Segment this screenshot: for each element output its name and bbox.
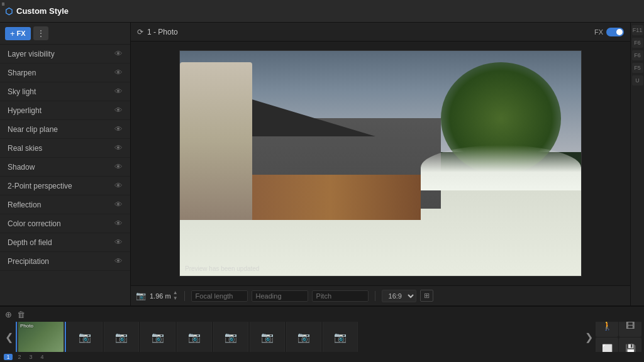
side-icon-group-2: 📷🎞💾⊞ bbox=[619, 322, 641, 352]
viewport-camera-icon: ⟳ bbox=[137, 28, 143, 36]
app-title-area: ⬡ Custom Style bbox=[5, 6, 69, 16]
main-area: Add effect + FX ⋮ Layer visibility 👁 Sha… bbox=[0, 23, 644, 305]
side-icon-group-1: 🖼🚶⬜⚙ bbox=[596, 322, 618, 352]
effect-name: Precipitation bbox=[8, 257, 49, 266]
height-arrows: ▲ ▼ bbox=[173, 290, 178, 301]
film-empty-slot[interactable]: 8 📷 bbox=[286, 322, 321, 352]
film-empty-slot[interactable]: 5 📷 bbox=[177, 322, 212, 352]
height-value-text: 1.96 m bbox=[150, 292, 171, 300]
fx-toggle-area: FX bbox=[594, 28, 624, 36]
mini-panel-btn[interactable]: F6 bbox=[632, 38, 643, 48]
video-icon-right[interactable]: 🎞 bbox=[619, 322, 641, 337]
filmstrip-delete-button[interactable]: 🗑 bbox=[17, 310, 25, 319]
add-fx-button[interactable]: + FX bbox=[5, 27, 31, 40]
effect-item[interactable]: Layer visibility 👁 bbox=[0, 45, 130, 63]
fx-label: FX bbox=[17, 30, 26, 37]
left-panel: Add effect + FX ⋮ Layer visibility 👁 Sha… bbox=[0, 23, 131, 305]
camera-add-icon: 📷 bbox=[225, 331, 237, 343]
film-thumb-label: Photo bbox=[20, 323, 33, 329]
eye-icon[interactable]: 👁 bbox=[114, 238, 123, 247]
camera-height-icon[interactable]: 📷 bbox=[136, 291, 146, 300]
height-down-arrow[interactable]: ▼ bbox=[173, 296, 178, 301]
film-empty-slot[interactable]: 9 📷 bbox=[323, 322, 358, 352]
focal-length-input[interactable] bbox=[191, 290, 248, 302]
eye-icon[interactable]: 👁 bbox=[114, 87, 123, 96]
mini-panel-btn[interactable]: F11 bbox=[632, 25, 643, 35]
camera-add-icon: 📷 bbox=[261, 331, 274, 343]
menu-dots-button[interactable]: ⋮ bbox=[33, 26, 48, 40]
effect-item[interactable]: Near clip plane 👁 bbox=[0, 120, 130, 139]
filmstrip-nav-right[interactable]: ❯ bbox=[582, 331, 596, 343]
effect-item[interactable]: Precipitation 👁 bbox=[0, 252, 130, 271]
eye-icon[interactable]: 👁 bbox=[114, 106, 123, 115]
panorama-icon[interactable]: ⬜ bbox=[596, 337, 618, 353]
camera-add-icon: 📷 bbox=[152, 331, 164, 343]
effect-item[interactable]: Color correction 👁 bbox=[0, 214, 130, 233]
effect-list: Layer visibility 👁 Sharpen 👁 Sky light 👁… bbox=[0, 45, 130, 305]
effect-name: Real skies bbox=[8, 144, 42, 153]
viewport-title: ⟳ 1 - Photo bbox=[137, 28, 178, 36]
film-thumb-image: Photo bbox=[18, 322, 64, 352]
save-icon-right[interactable]: 💾 bbox=[619, 337, 641, 353]
camera-add-icon: 📷 bbox=[297, 331, 310, 343]
effect-name: Hyperlight bbox=[8, 106, 42, 115]
film-empty-slot[interactable]: 7 📷 bbox=[250, 322, 285, 352]
film-empty-slot[interactable]: 6 📷 bbox=[213, 322, 248, 352]
separator-1 bbox=[184, 291, 185, 301]
walk-icon[interactable]: 🚶 bbox=[596, 322, 618, 337]
plus-icon: + bbox=[10, 29, 15, 38]
effect-item[interactable]: Shadow 👁 bbox=[0, 158, 130, 177]
effect-item[interactable]: Real skies 👁 bbox=[0, 139, 130, 158]
eye-icon[interactable]: 👁 bbox=[114, 200, 123, 209]
eye-icon[interactable]: 👁 bbox=[114, 143, 123, 153]
filmstrip-nav-left[interactable]: ❮ bbox=[3, 331, 16, 343]
film-empty-slot[interactable]: 3 📷 bbox=[104, 322, 139, 352]
page-indicator[interactable]: 3 bbox=[26, 354, 35, 360]
aspect-ratio-select[interactable]: 16:9 bbox=[382, 290, 416, 302]
height-up-arrow[interactable]: ▲ bbox=[173, 290, 178, 295]
effect-name: Sky light bbox=[8, 87, 36, 96]
viewport-bottom-bar: 📷 1.96 m ▲ ▼ 16:9 ⊞ bbox=[131, 285, 630, 305]
snap-button[interactable]: ⊞ bbox=[420, 290, 433, 302]
page-indicator[interactable]: 4 bbox=[38, 354, 47, 360]
filmstrip-right-icons: 🖼🚶⬜⚙📷🎞💾⊞ bbox=[596, 322, 641, 352]
eye-icon[interactable]: 👁 bbox=[114, 256, 123, 266]
film-thumb-active[interactable]: Photo bbox=[16, 322, 66, 352]
mini-panel-btn[interactable]: F5 bbox=[632, 63, 643, 73]
fx-toggle-label: FX bbox=[594, 28, 603, 36]
right-mini-panel: F11F6F6F5U bbox=[630, 23, 644, 305]
pitch-input[interactable] bbox=[312, 290, 369, 302]
fx-toggle-switch[interactable] bbox=[606, 28, 624, 36]
mini-panel-btn[interactable]: F6 bbox=[632, 50, 643, 60]
camera-add-icon: 📷 bbox=[188, 331, 201, 343]
page-indicator[interactable]: 2 bbox=[15, 354, 24, 360]
viewport-title-text: 1 - Photo bbox=[147, 28, 178, 36]
effect-item[interactable]: Sky light 👁 bbox=[0, 82, 130, 101]
scene-render: Preview has been updated bbox=[179, 50, 582, 277]
filmstrip-add-button[interactable]: ⊕ bbox=[5, 310, 12, 319]
effect-item[interactable]: Reflection 👁 bbox=[0, 195, 130, 214]
effect-name: Reflection bbox=[8, 200, 41, 209]
viewport-bar: ⟳ 1 - Photo FX bbox=[131, 23, 630, 41]
effect-item[interactable]: Sharpen 👁 bbox=[0, 63, 130, 82]
film-empty-slot[interactable]: 2 📷 bbox=[67, 322, 103, 352]
effect-item[interactable]: 2-Point perspective 👁 bbox=[0, 177, 130, 195]
eye-icon[interactable]: 👁 bbox=[114, 49, 123, 58]
eye-icon[interactable]: 👁 bbox=[114, 68, 123, 77]
film-empty-slot[interactable]: 4 📷 bbox=[140, 322, 175, 352]
viewport-image: Preview has been updated bbox=[131, 41, 630, 285]
eye-icon[interactable]: 👁 bbox=[114, 124, 123, 134]
eye-icon[interactable]: 👁 bbox=[114, 219, 123, 228]
eye-icon[interactable]: 👁 bbox=[114, 162, 123, 172]
page-indicator[interactable]: 1 bbox=[4, 354, 13, 360]
heading-input[interactable] bbox=[252, 290, 308, 302]
camera-add-icon: 📷 bbox=[115, 331, 128, 343]
top-bar: ⬡ Custom Style bbox=[0, 0, 644, 23]
effect-item[interactable]: Hyperlight 👁 bbox=[0, 101, 130, 120]
app-title: Custom Style bbox=[16, 6, 69, 16]
height-value-area: 1.96 m ▲ ▼ bbox=[150, 290, 178, 301]
effect-item[interactable]: Depth of field 👁 bbox=[0, 233, 130, 252]
mini-panel-btn[interactable]: U bbox=[632, 75, 643, 85]
effect-name: Shadow bbox=[8, 163, 35, 172]
eye-icon[interactable]: 👁 bbox=[114, 181, 123, 190]
